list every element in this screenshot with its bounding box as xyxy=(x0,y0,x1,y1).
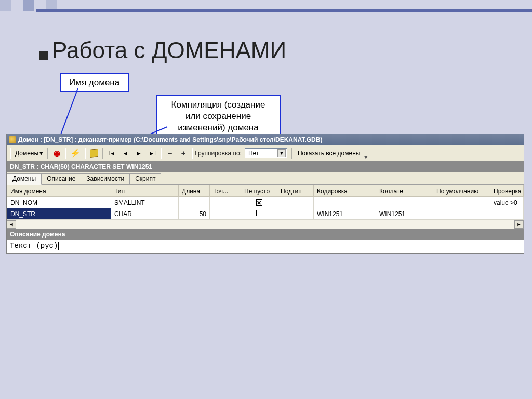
col-type[interactable]: Тип xyxy=(111,185,179,197)
cell[interactable] xyxy=(376,197,433,208)
domain-icon xyxy=(9,136,16,143)
col-encoding[interactable]: Кодировка xyxy=(314,185,376,197)
col-collate[interactable]: Коллате xyxy=(376,185,433,197)
domains-dropdown-button[interactable]: Домены ▾ xyxy=(13,147,45,159)
prev-icon: ◄ xyxy=(123,150,128,156)
plus-icon: + xyxy=(181,149,186,157)
domains-table[interactable]: Имя домена Тип Длина Точ... Не пусто Под… xyxy=(7,185,524,220)
slide-title: Работа с ДОМЕНАМИ xyxy=(52,37,286,63)
cell[interactable]: CHAR xyxy=(111,208,179,220)
col-check[interactable]: Проверка xyxy=(490,185,524,197)
cell[interactable] xyxy=(433,208,490,220)
cell[interactable] xyxy=(179,197,210,208)
cell[interactable]: value >0 xyxy=(490,197,524,208)
toolbar: Домены ▾ ◉ ⚡ I◄ ◄ ► ►I − + Группировка п… xyxy=(7,145,524,161)
col-precision[interactable]: Точ... xyxy=(210,185,241,197)
tabstrip: Домены Описание Зависимости Скрипт xyxy=(7,172,524,185)
table-row[interactable]: DN_NOMSMALLINT✕value >0 xyxy=(7,197,524,208)
cell[interactable]: WIN1251 xyxy=(376,208,433,220)
description-label: Описание домена xyxy=(7,229,524,240)
decoration-stripe xyxy=(36,9,532,12)
table-header-row: Имя домена Тип Длина Точ... Не пусто Под… xyxy=(7,185,524,197)
decoration-bullet xyxy=(39,51,48,60)
group-by-label: Группировка по: xyxy=(195,150,242,157)
cell[interactable]: DN_STR xyxy=(7,208,111,220)
cell[interactable] xyxy=(433,197,490,208)
cell[interactable]: WIN1251 xyxy=(314,208,376,220)
domain-summary-strip: DN_STR : CHAR(50) CHARACTER SET WIN1251 xyxy=(7,161,524,172)
cell[interactable] xyxy=(490,208,524,220)
description-textarea[interactable]: Текст (рус) xyxy=(7,240,524,253)
cube-icon xyxy=(90,148,98,157)
cell[interactable]: 50 xyxy=(179,208,210,220)
cell[interactable]: ✕ xyxy=(241,197,277,208)
scroll-left-icon[interactable]: ◄ xyxy=(7,220,16,229)
table-row[interactable]: DN_STRCHAR50WIN1251WIN1251 xyxy=(7,208,524,220)
callout-domain-name: Имя домена xyxy=(60,73,129,92)
nav-first-button[interactable]: I◄ xyxy=(105,147,118,159)
callout-compile: Компиляция (создание или сохранение изме… xyxy=(156,95,281,138)
window-titlebar: Домен : [DN_STR] : деканаят-пример (C:\D… xyxy=(7,134,524,145)
tab-dependencies[interactable]: Зависимости xyxy=(81,173,130,184)
col-name[interactable]: Имя домена xyxy=(7,185,111,197)
add-button[interactable]: + xyxy=(177,147,190,159)
tab-domains[interactable]: Домены xyxy=(7,173,42,185)
checkbox-icon[interactable] xyxy=(256,210,262,216)
cell[interactable] xyxy=(277,197,314,208)
lightning-icon: ⚡ xyxy=(70,148,81,158)
last-icon: ►I xyxy=(149,150,156,156)
cell[interactable] xyxy=(210,197,241,208)
cell[interactable] xyxy=(241,208,277,220)
col-notnull[interactable]: Не пусто xyxy=(241,185,277,197)
description-text: Текст (рус) xyxy=(10,242,58,250)
overflow-icon[interactable]: ▾ xyxy=(364,154,368,161)
col-subtype[interactable]: Подтип xyxy=(277,185,314,197)
tab-description[interactable]: Описание xyxy=(41,173,81,184)
remove-button[interactable]: − xyxy=(164,147,176,159)
chevron-down-icon: ▾ xyxy=(39,150,43,156)
domains-dropdown-label: Домены xyxy=(15,150,38,157)
minus-icon: − xyxy=(168,149,172,157)
col-default[interactable]: По умолчанию xyxy=(433,185,490,197)
scroll-right-icon[interactable]: ► xyxy=(514,220,524,229)
show-all-domains-button[interactable]: Показать все домены xyxy=(295,147,363,159)
object-button[interactable] xyxy=(88,147,100,159)
cell[interactable]: DN_NOM xyxy=(7,197,111,208)
tab-script[interactable]: Скрипт xyxy=(129,173,161,184)
exclamation-icon: ◉ xyxy=(54,149,60,158)
nav-prev-button[interactable]: ◄ xyxy=(119,147,131,159)
show-all-label: Показать все домены xyxy=(298,150,360,157)
cell[interactable] xyxy=(210,208,241,220)
alert-button[interactable]: ◉ xyxy=(50,147,63,159)
checkbox-icon[interactable]: ✕ xyxy=(256,200,262,206)
next-icon: ► xyxy=(136,150,142,156)
cell[interactable] xyxy=(314,197,376,208)
horizontal-scrollbar[interactable]: ◄ ► xyxy=(7,220,524,229)
col-length[interactable]: Длина xyxy=(179,185,210,197)
window-title: Домен : [DN_STR] : деканаят-пример (C:\D… xyxy=(18,136,322,143)
nav-last-button[interactable]: ►I xyxy=(146,147,158,159)
first-icon: I◄ xyxy=(108,150,115,156)
text-caret xyxy=(58,242,59,250)
scroll-track[interactable] xyxy=(16,220,514,229)
chevron-down-icon: ▼ xyxy=(277,149,286,157)
group-by-select[interactable]: Нет ▼ xyxy=(245,148,287,158)
cell[interactable]: SMALLINT xyxy=(111,197,179,208)
group-by-value: Нет xyxy=(248,150,274,157)
nav-next-button[interactable]: ► xyxy=(132,147,145,159)
domain-window: Домен : [DN_STR] : деканаят-пример (C:\D… xyxy=(6,134,524,254)
compile-button[interactable]: ⚡ xyxy=(68,147,83,159)
cell[interactable] xyxy=(277,208,314,220)
